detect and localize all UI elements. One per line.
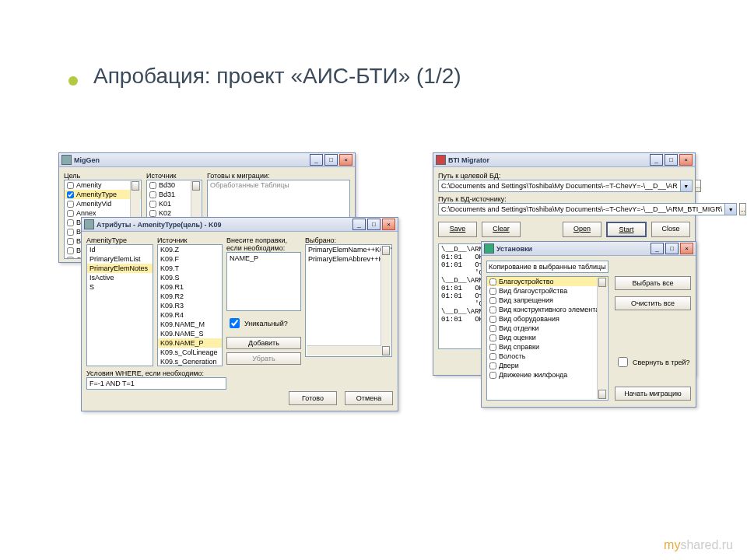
attributes-window: Атрибуты - AmenityType(цель) - K09 _ □ ×… [81, 217, 398, 411]
list-item[interactable]: K09.NAME_S [158, 329, 222, 338]
dropdown-icon[interactable]: ▼ [725, 203, 737, 215]
where-label: Условия WHERE, если необходимо: [86, 369, 226, 377]
minimize-button[interactable]: _ [651, 243, 664, 254]
dropdown-icon[interactable]: ▼ [681, 180, 693, 192]
where-textbox[interactable]: F=-1 AND T=1 [86, 377, 226, 390]
close-button[interactable]: × [679, 154, 693, 166]
close-win-button[interactable]: Close [651, 222, 690, 237]
scrollbar[interactable] [597, 278, 607, 399]
atype-listbox[interactable]: IdPrimaryElemListPrimaryElemNotesIsActiv… [86, 244, 153, 366]
setup-titlebar[interactable]: Установки _ □ × [482, 242, 696, 256]
list-item[interactable]: Вид отделки [487, 324, 608, 333]
attributes-app-icon [84, 219, 94, 229]
migrator-title-text: BTI Migrator [448, 156, 650, 164]
list-item[interactable]: Благоустройство [487, 277, 608, 286]
list-item[interactable]: K09.S [158, 273, 222, 282]
source-db-label: Путь к БД-источнику: [438, 195, 690, 203]
setup-title-text: Установки [496, 245, 651, 253]
edits-col-label: Внесите поправки, если необходимо: [226, 236, 301, 252]
list-item[interactable]: PrimaryElemNotes [87, 264, 153, 273]
list-item[interactable]: K09.R4 [158, 310, 222, 320]
miggen-titlebar[interactable]: MigGen _ □ × [59, 153, 355, 167]
source-db-path[interactable]: C:\Documents and Settings\Toshiba\My Doc… [438, 203, 725, 215]
copy-label: Копирование в выбранные таблицы [486, 261, 608, 273]
miggen-title-text: MigGen [74, 156, 310, 164]
list-item[interactable]: K09.R1 [158, 282, 222, 292]
start-migration-button[interactable]: Начать миграцию [615, 387, 691, 401]
tables-listbox[interactable]: БлагоустройствоВид благоустройстваВид за… [486, 276, 608, 401]
list-item[interactable]: K09.NAME_P [158, 338, 222, 348]
h-scrollbar[interactable] [307, 345, 381, 355]
migrator-titlebar[interactable]: BTI Migrator _ □ × [433, 153, 695, 167]
list-item[interactable]: Id [87, 245, 153, 254]
clear-all-button[interactable]: Очистить все [615, 296, 691, 310]
unique-checkbox[interactable]: Уникальный? [226, 316, 301, 331]
close-button[interactable]: × [382, 219, 395, 230]
selected-listbox[interactable]: PrimaryElemName++K09.NAPrimaryElemAbbrev… [305, 244, 392, 357]
maximize-button[interactable]: □ [367, 219, 381, 230]
add-button[interactable]: Добавить [226, 337, 301, 349]
list-item[interactable]: S [87, 282, 153, 292]
select-all-button[interactable]: Выбрать все [615, 276, 691, 290]
source-browse-button[interactable]: ... [739, 203, 746, 215]
done-button[interactable]: Готово [289, 391, 337, 405]
target-db-label: Путь к целевой БД: [438, 172, 690, 180]
edit-textbox[interactable]: NAME_P [226, 252, 301, 311]
watermark: myshared.ru [664, 538, 733, 552]
list-item[interactable]: IsActive [87, 273, 153, 282]
maximize-button[interactable]: □ [665, 243, 679, 254]
target-db-path[interactable]: C:\Documents and Settings\Toshiba\My Doc… [438, 180, 681, 192]
list-item[interactable]: Вид конструктивного элемента [487, 305, 608, 314]
clear-button[interactable]: Clear [482, 222, 521, 237]
list-item[interactable]: K09.s_ColLineage [158, 348, 222, 357]
list-item[interactable]: K09.R3 [158, 301, 222, 310]
target-col-label: Цель [64, 172, 142, 180]
processed-subheader: Обработанные Таблицы [208, 180, 349, 190]
minimize-button[interactable]: _ [310, 154, 323, 166]
list-item[interactable]: Вид благоустройства [487, 286, 608, 296]
list-item[interactable]: Вид оценки [487, 333, 608, 342]
attr-source-listbox[interactable]: K09.ZK09.FK09.TK09.SK09.R1K09.R2K09.R3K0… [157, 244, 223, 366]
miggen-app-icon [61, 155, 72, 165]
list-item[interactable]: Двери [487, 361, 608, 370]
minimize-button[interactable]: _ [650, 154, 663, 166]
minimize-button[interactable]: _ [352, 219, 366, 230]
selected-col-label: Выбрано: [305, 236, 392, 244]
list-item[interactable]: Вид оборудования [487, 314, 608, 324]
source-db-combo[interactable]: C:\Documents and Settings\Toshiba\My Doc… [438, 203, 737, 215]
close-button[interactable]: × [339, 154, 352, 166]
list-item[interactable]: K09.T [158, 264, 222, 273]
start-button[interactable]: Start [606, 222, 647, 237]
list-item[interactable]: Волость [487, 352, 608, 361]
ready-listbox[interactable]: Обработанные Таблицы [207, 180, 350, 218]
target-db-combo[interactable]: C:\Documents and Settings\Toshiba\My Doc… [438, 180, 693, 192]
maximize-button[interactable]: □ [324, 154, 338, 166]
list-item[interactable]: Вид запрещения [487, 296, 608, 305]
list-item[interactable]: Вид справки [487, 342, 608, 352]
slide-title: Апробация: проект «АИС-БТИ» (1/2) [93, 64, 461, 89]
list-item[interactable]: K09.Z [158, 245, 222, 254]
attributes-titlebar[interactable]: Атрибуты - AmenityType(цель) - K09 _ □ × [82, 218, 398, 232]
ready-col-label: Готовы к миграции: [207, 172, 350, 180]
list-item[interactable]: K09.F [158, 254, 222, 264]
attributes-title-text: Атрибуты - AmenityType(цель) - K09 [96, 221, 352, 229]
list-item[interactable]: PrimaryElemAbbrev++K09.NA [306, 254, 391, 264]
tray-checkbox[interactable]: Свернуть в трей? [615, 355, 691, 369]
maximize-button[interactable]: □ [665, 154, 678, 166]
list-item[interactable]: K09.s_Generation [158, 357, 222, 366]
list-item[interactable]: PrimaryElemList [87, 254, 153, 264]
cancel-button[interactable]: Отмена [345, 391, 393, 405]
source-col-label: Источник [146, 172, 202, 180]
target-browse-button[interactable]: ... [695, 180, 702, 192]
setup-app-icon [484, 243, 494, 254]
scrollbar[interactable] [381, 246, 391, 355]
list-item[interactable]: PrimaryElemName++K09.NA [306, 245, 391, 254]
list-item[interactable]: Движение жилфонда [487, 370, 608, 380]
remove-button[interactable]: Убрать [226, 352, 301, 365]
save-button[interactable]: Save [438, 222, 477, 237]
close-button[interactable]: × [680, 243, 693, 254]
open-button[interactable]: Open [563, 222, 601, 237]
migrator-app-icon [436, 155, 446, 165]
list-item[interactable]: K09.R2 [158, 292, 222, 301]
list-item[interactable]: K09.NAME_M [158, 320, 222, 329]
